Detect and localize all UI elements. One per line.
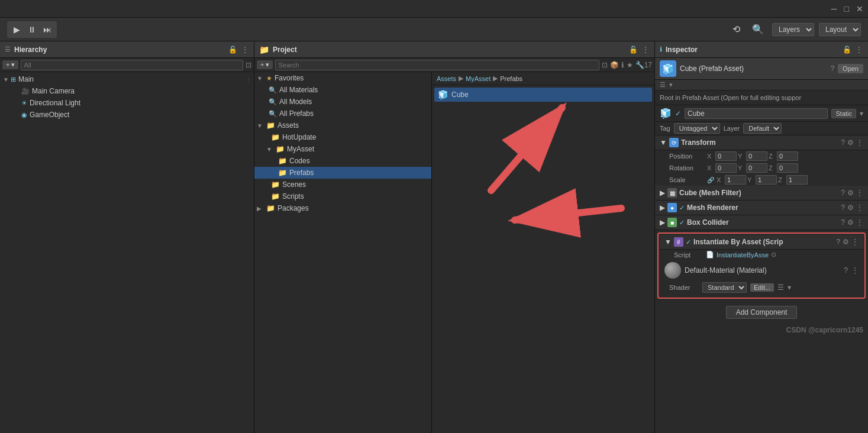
- hierarchy-more-icon[interactable]: ⋮: [241, 45, 249, 54]
- project-scenes[interactable]: 📁 Scenes: [254, 179, 431, 190]
- mesh-renderer-help[interactable]: ?: [841, 203, 845, 212]
- layout-dropdown[interactable]: Layout: [819, 23, 861, 36]
- shader-dropdown-icon[interactable]: ▾: [788, 283, 791, 292]
- arrow-overlay: [432, 72, 654, 433]
- position-x-input[interactable]: [715, 151, 737, 161]
- project-packages-header[interactable]: ▶ 📁 Packages: [254, 202, 431, 214]
- box-collider-settings[interactable]: ⚙: [847, 218, 854, 227]
- project-search-input[interactable]: [275, 60, 599, 70]
- layer-label: Layer: [724, 125, 740, 132]
- breadcrumb-myasset[interactable]: MyAsset: [466, 75, 491, 82]
- layer-select[interactable]: Default: [743, 123, 782, 134]
- edit-btn[interactable]: Edit...: [750, 283, 774, 292]
- project-assets-header[interactable]: ▼ 📁 Assets: [254, 119, 431, 131]
- shader-select[interactable]: Standard: [702, 282, 747, 293]
- maximize-btn[interactable]: □: [844, 4, 849, 14]
- project-all-materials[interactable]: 🔍 All Materials: [254, 84, 431, 96]
- material-help-icon[interactable]: ?: [844, 266, 848, 274]
- mesh-renderer-checkbox[interactable]: ✓: [679, 204, 685, 212]
- cube-name-input[interactable]: [685, 108, 828, 119]
- material-more-icon[interactable]: ⋮: [851, 266, 859, 274]
- history-icon[interactable]: ⟲: [729, 22, 744, 36]
- box-collider-actions: ? ⚙ ⋮: [841, 218, 863, 227]
- instantiate-settings[interactable]: ⚙: [843, 238, 849, 246]
- breadcrumb: Assets ▶ MyAsset ▶ Prefabs: [432, 72, 654, 85]
- inspector-dropdown-icon[interactable]: ▾: [669, 81, 673, 89]
- script-link-icon[interactable]: ⊙: [771, 251, 776, 258]
- box-collider-arrow[interactable]: ▶: [660, 218, 665, 227]
- rotation-z-input[interactable]: [777, 163, 798, 173]
- close-btn[interactable]: ✕: [856, 4, 863, 14]
- project-hotupdate[interactable]: 📁 HotUpdate: [254, 131, 431, 143]
- rotation-x-input[interactable]: [715, 163, 737, 173]
- step-btn[interactable]: ⏭: [40, 22, 54, 37]
- position-y-input[interactable]: [746, 151, 767, 161]
- scale-y-input[interactable]: [756, 175, 777, 185]
- hierarchy-item-directional-light[interactable]: ☀ Directional Light: [0, 97, 254, 109]
- instantiate-more[interactable]: ⋮: [851, 238, 859, 246]
- rotation-y-input[interactable]: [746, 163, 767, 173]
- project-codes[interactable]: 📁 Codes: [254, 155, 431, 167]
- layers-dropdown[interactable]: Layers: [772, 23, 814, 36]
- project-all-prefabs[interactable]: 🔍 All Prefabs: [254, 108, 431, 119]
- hierarchy-item-main[interactable]: ▼ ⊞ Main ⋮: [0, 73, 254, 85]
- inspector-lock-icon[interactable]: 🔓: [843, 46, 851, 54]
- instantiate-arrow[interactable]: ▼: [664, 238, 672, 246]
- shader-layout-icon[interactable]: ☰: [777, 283, 784, 292]
- mesh-filter-arrow[interactable]: ▶: [660, 189, 665, 197]
- transform-more-icon[interactable]: ⋮: [856, 138, 863, 147]
- project-filter-icon[interactable]: ⊡: [602, 61, 608, 69]
- instantiate-checkbox[interactable]: ✓: [686, 238, 691, 246]
- transform-settings-icon[interactable]: ⚙: [847, 138, 854, 147]
- project-star-icon[interactable]: ★: [627, 61, 633, 69]
- mesh-filter-settings[interactable]: ⚙: [847, 189, 854, 197]
- hierarchy-item-gameobject[interactable]: ◉ GameObject: [0, 109, 254, 121]
- hierarchy-filter-icon[interactable]: ⊡: [246, 61, 251, 69]
- box-collider-help[interactable]: ?: [841, 218, 845, 227]
- box-collider-checkbox[interactable]: ✓: [679, 219, 685, 227]
- pause-btn[interactable]: ⏸: [25, 22, 39, 37]
- static-dropdown-icon[interactable]: ▾: [860, 109, 863, 118]
- project-add-btn[interactable]: + ▾: [257, 60, 273, 69]
- hierarchy-add-btn[interactable]: + ▾: [2, 60, 18, 69]
- project-info-icon[interactable]: ℹ: [621, 61, 624, 69]
- hierarchy-search-input[interactable]: [21, 60, 243, 70]
- minimize-btn[interactable]: ─: [831, 4, 837, 14]
- inspector-open-btn[interactable]: Open: [838, 64, 863, 73]
- project-more-icon[interactable]: ⋮: [641, 45, 650, 54]
- add-component-btn[interactable]: Add Component: [726, 306, 798, 319]
- project-all-models[interactable]: 🔍 All Models: [254, 96, 431, 108]
- cube-checkbox[interactable]: ✓: [675, 109, 681, 118]
- main-more-btn[interactable]: ⋮: [246, 76, 251, 83]
- transform-help-icon[interactable]: ?: [841, 138, 845, 147]
- mesh-renderer-settings[interactable]: ⚙: [847, 203, 854, 212]
- breadcrumb-assets[interactable]: Assets: [437, 75, 456, 82]
- scale-z-input[interactable]: [786, 175, 808, 185]
- project-favorites-header[interactable]: ▼ ★ Favorites: [254, 72, 431, 84]
- search-icon[interactable]: 🔍: [748, 22, 767, 36]
- project-scripts[interactable]: 📁 Scripts: [254, 190, 431, 202]
- inspector-title: Inspector: [666, 46, 839, 54]
- position-z-input[interactable]: [777, 151, 798, 161]
- project-myasset[interactable]: ▼ 📁 MyAsset: [254, 143, 431, 155]
- file-item-cube[interactable]: 🧊 Cube: [434, 88, 652, 102]
- project-prefabs[interactable]: 📁 Prefabs: [254, 167, 431, 179]
- box-collider-more[interactable]: ⋮: [856, 218, 863, 227]
- mesh-filter-more[interactable]: ⋮: [856, 189, 863, 197]
- static-btn[interactable]: Static: [831, 109, 856, 118]
- mesh-filter-help[interactable]: ?: [841, 189, 845, 197]
- transform-expand-arrow[interactable]: ▼: [660, 138, 667, 147]
- hierarchy-lock-icon[interactable]: 🔓: [228, 46, 237, 54]
- scale-x-input[interactable]: [725, 175, 746, 185]
- mesh-renderer-arrow[interactable]: ▶: [660, 203, 665, 212]
- material-section: Default-Material (Material) ? ⋮ Shader S…: [660, 260, 863, 296]
- hierarchy-item-main-camera[interactable]: 🎥 Main Camera: [0, 85, 254, 97]
- inspector-more-icon[interactable]: ⋮: [855, 45, 863, 54]
- instantiate-help[interactable]: ?: [836, 238, 840, 246]
- inspector-help-icon[interactable]: ?: [830, 64, 834, 73]
- tag-select[interactable]: Untagged: [674, 123, 720, 134]
- project-lock-icon[interactable]: 🔓: [629, 46, 638, 54]
- play-btn[interactable]: ▶: [9, 22, 24, 37]
- mesh-renderer-more[interactable]: ⋮: [856, 203, 863, 212]
- project-pkg-icon[interactable]: 📦: [610, 61, 619, 69]
